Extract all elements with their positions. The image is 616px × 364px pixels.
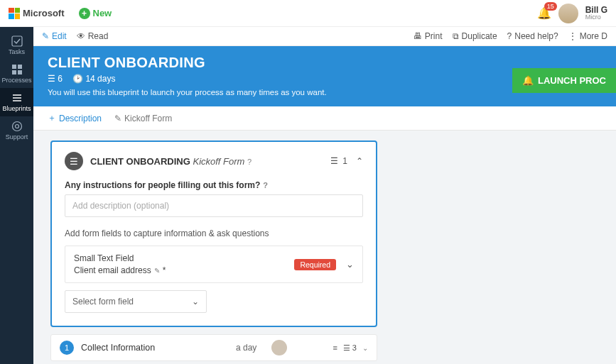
assignee-avatar[interactable] <box>271 340 287 355</box>
brand-label: Microsoft <box>23 8 65 18</box>
kickoff-card: ☰ CLIENT ONBOARDING Kickoff Form ? ☰ 1 ⌃… <box>50 140 377 327</box>
grid-icon <box>11 64 23 75</box>
list-icon: ☰ <box>330 156 338 166</box>
more-button[interactable]: ⋮ More D <box>568 31 607 41</box>
select-form-field[interactable]: Select form field ⌄ <box>65 290 207 313</box>
help-icon[interactable]: ? <box>263 181 268 189</box>
duration: 🕑 14 days <box>72 74 115 84</box>
svg-rect-3 <box>12 70 16 75</box>
copy-icon: ⧉ <box>453 31 459 41</box>
sidebar-item-blueprints[interactable]: Blueprints <box>0 88 33 116</box>
form-icon: ☰ <box>65 152 83 170</box>
kickoff-title: CLIENT ONBOARDING Kickoff Form ? <box>90 156 252 167</box>
main: ✎ Edit 👁 Read 🖶 Print ⧉ Duplicate ? <box>33 27 616 364</box>
notification-badge: 15 <box>544 2 557 11</box>
field-count: 1 <box>342 156 347 166</box>
field-label: Client email address ✎ * <box>74 265 166 275</box>
edit-label: Edit <box>52 31 67 41</box>
read-label: Read <box>88 31 109 41</box>
step-number: 1 <box>60 341 74 355</box>
sidebar-label: Blueprints <box>2 105 31 112</box>
print-button[interactable]: 🖶 Print <box>414 31 443 41</box>
clock-icon: 🕑 <box>72 74 85 84</box>
svg-rect-4 <box>18 70 22 75</box>
list-count: ☰ 3 <box>343 343 357 353</box>
plus-icon: + <box>79 8 90 19</box>
instructions-label: Any instructions for people filling out … <box>65 180 363 190</box>
align-icon[interactable]: ≡ <box>333 343 337 352</box>
read-button[interactable]: 👁 Read <box>77 31 109 41</box>
user-block[interactable]: Bill G Micro <box>585 6 607 21</box>
user-avatar[interactable] <box>558 4 578 23</box>
launch-button[interactable]: 🔔 LAUNCH PROC <box>512 68 616 93</box>
brand-logo: Microsoft <box>9 8 65 19</box>
instructions-input[interactable]: Add description (optional) <box>65 194 363 217</box>
edit-button[interactable]: ✎ Edit <box>42 31 67 41</box>
form-field-row[interactable]: Small Text Field Client email address ✎ … <box>65 246 363 283</box>
kickoff-label: Kickoff Form <box>124 114 172 123</box>
new-label: New <box>93 8 112 18</box>
sidebar-label: Tasks <box>9 48 25 55</box>
step-row[interactable]: 1 Collect Information a day ≡ ☰ 3 ⌄ <box>50 334 377 361</box>
new-button[interactable]: + New <box>79 8 112 19</box>
svg-point-5 <box>12 122 21 131</box>
kickoff-form-button[interactable]: ✎ Kickoff Form <box>114 112 172 124</box>
duplicate-button[interactable]: ⧉ Duplicate <box>453 31 497 41</box>
steps-count: ☰ 6 <box>48 74 63 84</box>
select-label: Select form field <box>72 297 134 307</box>
help-icon[interactable]: ? <box>247 158 252 166</box>
help-label: Need help? <box>514 31 558 41</box>
pencil-icon: ✎ <box>42 31 49 41</box>
sidebar-label: Processes <box>1 77 31 84</box>
bell-icon: 🔔 <box>522 75 534 86</box>
question-icon: ? <box>507 31 512 41</box>
pencil-icon: ✎ <box>114 114 121 123</box>
help-button[interactable]: ? Need help? <box>507 31 558 41</box>
lifebuoy-icon <box>11 121 23 132</box>
sub-toolbar: ＋ Description ✎ Kickoff Form <box>33 106 616 131</box>
step-due: a day <box>236 343 256 353</box>
list-icon: ☰ <box>48 74 58 84</box>
launch-label: LAUNCH PROC <box>538 75 606 86</box>
required-badge: Required <box>294 259 336 270</box>
add-description-label: Description <box>59 114 102 123</box>
plus-icon: ＋ <box>48 112 56 124</box>
sidebar-item-processes[interactable]: Processes <box>0 60 33 88</box>
svg-rect-1 <box>12 65 16 69</box>
sidebar-label: Support <box>6 133 28 140</box>
microsoft-icon <box>9 8 20 19</box>
kebab-icon: ⋮ <box>568 31 577 41</box>
collapse-icon[interactable]: ⌃ <box>356 156 363 166</box>
list-icon <box>11 92 23 104</box>
hero: ✎ Edit 👁 Read 🖶 Print ⧉ Duplicate ? <box>33 27 616 106</box>
svg-rect-2 <box>18 65 22 69</box>
check-square-icon <box>11 35 23 47</box>
duplicate-label: Duplicate <box>462 31 497 41</box>
required-asterisk: * <box>163 265 166 275</box>
pencil-icon[interactable]: ✎ <box>154 267 160 275</box>
chevron-down-icon[interactable]: ⌄ <box>346 259 354 270</box>
top-bar: Microsoft + New 🔔 15 Bill G Micro <box>0 0 616 27</box>
print-icon: 🖶 <box>414 31 422 41</box>
add-description-button[interactable]: ＋ Description <box>48 112 102 124</box>
form-fields-header: Add form fields to capture information &… <box>65 228 363 238</box>
field-type: Small Text Field <box>74 253 166 263</box>
page-toolbar: ✎ Edit 👁 Read 🖶 Print ⧉ Duplicate ? <box>33 27 616 46</box>
sidebar-item-support[interactable]: Support <box>0 116 33 145</box>
step-name: Collect Information <box>81 343 155 353</box>
step-actions: ≡ ☰ 3 ⌄ <box>333 343 368 353</box>
eye-icon: 👁 <box>77 31 85 41</box>
print-label: Print <box>425 31 443 41</box>
user-org: Micro <box>585 14 607 21</box>
svg-point-6 <box>15 125 18 128</box>
chevron-down-icon[interactable]: ⌄ <box>362 344 368 352</box>
svg-rect-0 <box>12 36 22 46</box>
notifications-button[interactable]: 🔔 15 <box>537 6 551 20</box>
chevron-down-icon: ⌄ <box>192 297 199 307</box>
sidebar: Tasks Processes Blueprints Support <box>0 27 33 364</box>
sidebar-item-tasks[interactable]: Tasks <box>0 31 33 60</box>
more-label: More D <box>580 31 607 41</box>
